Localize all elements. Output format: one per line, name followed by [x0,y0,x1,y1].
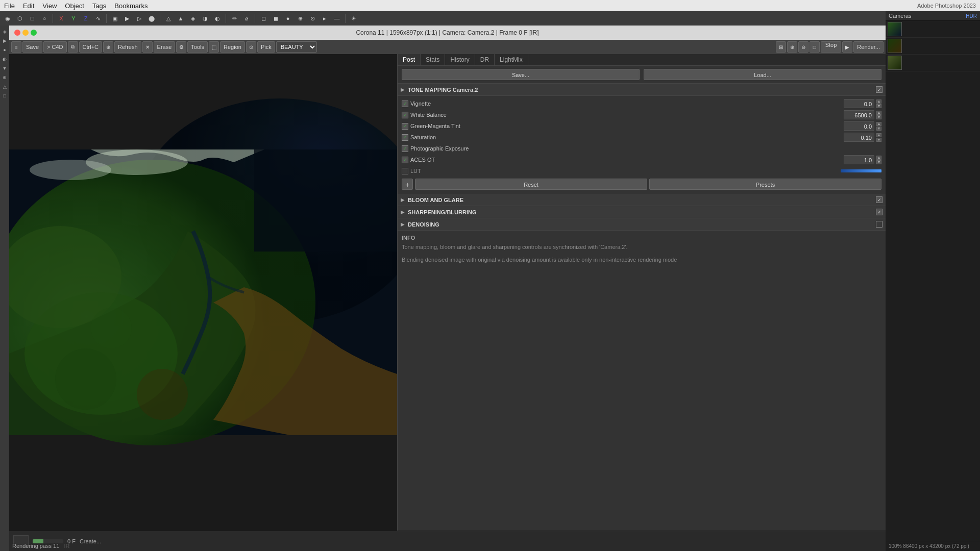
window-maximize-button[interactable] [31,30,37,36]
tab-lightmix[interactable]: LightMix [495,54,528,65]
white-balance-up[interactable]: ▲ [876,111,881,115]
zoom-fit-icon[interactable]: ⊞ [776,41,786,53]
save-button[interactable]: Save... [402,69,640,80]
refresh-button[interactable]: Refresh [114,41,141,53]
zoom-out-icon[interactable]: ⊖ [798,41,808,53]
denoising-header[interactable]: ▶ DENOISING □ [398,218,886,231]
presets-button[interactable]: Presets [649,179,881,190]
menu-file[interactable]: File [4,2,15,10]
tab-post[interactable]: Post [398,54,421,65]
aces-ot-spinner[interactable]: ▲ ▼ [876,156,881,164]
region-button[interactable]: Region [220,41,245,53]
toolbar-icon-extra1[interactable]: ☀ [348,13,359,24]
white-balance-down[interactable]: ▼ [876,115,881,119]
toolbar-icon-3[interactable]: ○ [39,13,50,24]
bloom-glare-header[interactable]: ▶ BLOOM AND GLARE ✓ [398,194,886,206]
toolbar-icon-cube4[interactable]: ◑ [200,13,211,24]
ps-layer-1[interactable] [886,21,980,38]
tools-icon[interactable]: ⚙ [176,41,186,53]
saturation-down[interactable]: ▼ [876,138,881,142]
reset-button[interactable]: Reset [415,179,647,190]
vignette-checkbox[interactable]: ✓ [402,101,408,107]
menu-view[interactable]: View [42,2,57,10]
toolbar-icon-z[interactable]: Z [80,13,91,24]
menu-edit[interactable]: Edit [23,2,34,10]
toolbar-icon-y[interactable]: Y [68,13,79,24]
saturation-spinner[interactable]: ▲ ▼ [876,133,881,142]
vignette-spinner[interactable]: ▲ ▼ [876,99,881,108]
sharpening-checkbox[interactable]: ✓ [876,209,883,215]
vignette-up[interactable]: ▲ [876,99,881,104]
render-button[interactable]: Render... [853,41,884,53]
menu-bookmarks[interactable]: Bookmarks [114,2,148,10]
denoising-checkbox[interactable]: □ [876,221,883,228]
toolbar-icon-menu[interactable]: ≡ [11,41,21,53]
toolbar-icon-geom6[interactable]: ▸ [319,13,330,24]
green-magenta-down[interactable]: ▼ [876,127,881,131]
sidebar-icon-2[interactable]: ▶ [1,37,9,45]
tone-mapping-header[interactable]: ▶ TONE MAPPING Camera.2 ✓ [398,84,886,96]
tools-button[interactable]: Tools [187,41,208,53]
sharpening-header[interactable]: ▶ SHARPENING/BLURRING ✓ [398,206,886,218]
toolbar-icon-sq1[interactable]: ▣ [109,13,120,24]
toolbar-icon-geom4[interactable]: ⊕ [295,13,306,24]
ps-layer-2[interactable] [886,38,980,55]
play-icon[interactable]: ▶ [842,41,852,53]
ps-layer-3[interactable] [886,55,980,71]
saturation-up[interactable]: ▲ [876,133,881,137]
toolbar-icon-cube5[interactable]: ◐ [212,13,223,24]
bloom-glare-checkbox[interactable]: ✓ [876,196,883,203]
stop-button[interactable]: Stop [821,41,842,53]
toolbar-icon-geom2[interactable]: ◼ [270,13,281,24]
photo-exposure-checkbox[interactable]: ✓ [402,145,408,152]
sidebar-icon-8[interactable]: □ [1,92,9,100]
zoom-in-icon[interactable]: ⊕ [787,41,797,53]
aces-ot-down[interactable]: ▼ [876,160,881,164]
add-button[interactable]: + [402,179,413,190]
save-button[interactable]: Save [22,41,42,53]
copy-icon[interactable]: ⧉ [68,41,78,53]
toolbar-icon-2[interactable]: □ [27,13,38,24]
white-balance-checkbox[interactable]: ✓ [402,112,408,118]
viewport-icon[interactable]: □ [810,41,820,53]
erase-button[interactable]: Erase [154,41,176,53]
green-magenta-up[interactable]: ▲ [876,122,881,126]
toolbar-icon-wave[interactable]: ∿ [92,13,104,24]
pick-button[interactable]: Pick [257,41,275,53]
toolbar-icon-x[interactable]: X [56,13,67,24]
beauty-dropdown[interactable]: BEAUTY [276,41,317,53]
toolbar-icon-cube3[interactable]: ◈ [187,13,199,24]
tone-mapping-checkbox[interactable]: ✓ [876,86,883,93]
toolbar-icon-cube2[interactable]: ▲ [175,13,186,24]
ctrl-c-button[interactable]: Ctrl+C [79,41,102,53]
toolbar-icon-geom7[interactable]: — [331,13,342,24]
magnify-icon[interactable]: ⊕ [103,41,113,53]
toolbar-icon-play2[interactable]: ▷ [134,13,145,24]
toolbar-icon-geom1[interactable]: ◻ [258,13,269,24]
green-magenta-checkbox[interactable]: ✓ [402,123,408,130]
menu-object[interactable]: Object [65,2,84,10]
sidebar-icon-5[interactable]: ▼ [1,64,9,72]
tab-history[interactable]: History [445,54,475,65]
aces-ot-checkbox[interactable]: ✓ [402,157,408,163]
window-minimize-button[interactable] [22,30,29,36]
toolbar-icon-dot[interactable]: ⬤ [146,13,157,24]
sidebar-icon-3[interactable]: ● [1,46,9,54]
toolbar-icon-1[interactable]: ⬡ [14,13,26,24]
region-icon[interactable]: ⬚ [209,41,219,53]
load-button[interactable]: Load... [644,69,881,80]
toolbar-icon-play[interactable]: ▶ [121,13,133,24]
sidebar-icon-4[interactable]: ◐ [1,55,9,63]
pick-icon[interactable]: ⊙ [246,41,256,53]
toolbar-icon-pen[interactable]: ✏ [229,13,240,24]
toolbar-icon-cube1[interactable]: △ [163,13,174,24]
window-close-button[interactable] [14,30,20,36]
lut-checkbox[interactable] [402,168,408,174]
toolbar-icon-lasso[interactable]: ⌀ [241,13,252,24]
aces-ot-up[interactable]: ▲ [876,156,881,160]
green-magenta-spinner[interactable]: ▲ ▼ [876,122,881,131]
c4d-button[interactable]: > C4D [43,41,67,53]
white-balance-spinner[interactable]: ▲ ▼ [876,111,881,119]
tab-stats[interactable]: Stats [421,54,445,65]
sidebar-icon-1[interactable]: ◈ [1,28,9,36]
